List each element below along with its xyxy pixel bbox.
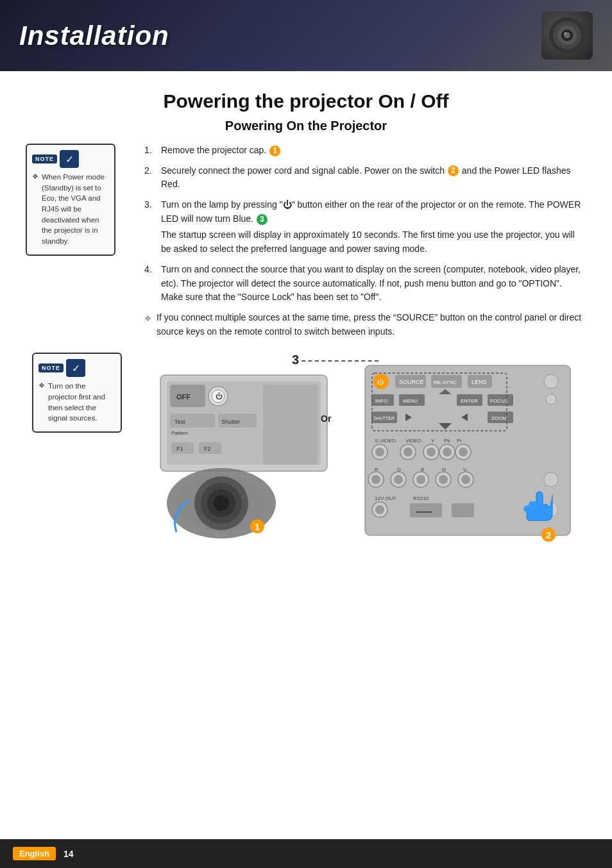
svg-text:F2: F2 bbox=[204, 446, 211, 452]
bullet-sources: ❖ If you connect multiple sources at the… bbox=[144, 311, 586, 338]
svg-text:Pb: Pb bbox=[444, 438, 450, 444]
right-steps: 1. Remove the projector cap. 1 2. Secure… bbox=[138, 144, 586, 342]
svg-point-77 bbox=[371, 475, 380, 484]
header-logo bbox=[541, 12, 593, 60]
note-box-2: Note ✓ ❖ Turn on the projector first and… bbox=[32, 353, 122, 433]
svg-text:SOURCE: SOURCE bbox=[399, 379, 424, 385]
note-bullet-2: ❖ Turn on the projector first and then s… bbox=[38, 381, 115, 424]
step-4: 4. Turn on and connect the source that y… bbox=[144, 263, 586, 305]
svg-text:OFF: OFF bbox=[176, 393, 191, 401]
svg-point-5 bbox=[564, 32, 566, 35]
svg-point-81 bbox=[416, 475, 425, 484]
left-notes-top: Note ✓ ❖ When Power mode (Standby) is se… bbox=[26, 144, 138, 342]
svg-point-83 bbox=[439, 475, 448, 484]
step-3: 3. Turn on the lamp by pressing "⏻" butt… bbox=[144, 198, 586, 226]
svg-text:VIDEO: VIDEO bbox=[405, 438, 421, 444]
badge-2: 2 bbox=[448, 165, 459, 176]
svg-point-64 bbox=[404, 447, 412, 456]
note-label-1: Note bbox=[32, 154, 57, 163]
svg-text:RS232: RS232 bbox=[413, 496, 429, 501]
svg-text:RE-SYNC: RE-SYNC bbox=[434, 380, 457, 385]
footer-language: English bbox=[13, 847, 56, 860]
svg-point-86 bbox=[544, 472, 558, 487]
svg-point-62 bbox=[375, 447, 384, 456]
header: Installation bbox=[0, 0, 612, 71]
svg-text:Test: Test bbox=[174, 419, 185, 425]
svg-point-85 bbox=[461, 475, 470, 484]
svg-text:ENTER: ENTER bbox=[461, 398, 478, 404]
svg-text:F1: F1 bbox=[176, 446, 183, 452]
note-bullet-1: ❖ When Power mode (Standby) is set to Ec… bbox=[32, 172, 109, 247]
step-2: 2. Securely connect the power cord and s… bbox=[144, 164, 586, 192]
svg-rect-93 bbox=[452, 503, 474, 517]
diagram-label-3: 3 bbox=[292, 353, 299, 367]
diagram-num-2: 2 bbox=[541, 528, 556, 542]
svg-point-68 bbox=[443, 447, 452, 456]
step-1: 1. Remove the projector cap. 1 bbox=[144, 144, 586, 158]
svg-text:LENS: LENS bbox=[472, 379, 487, 385]
note-check-1: ✓ bbox=[60, 150, 79, 168]
bullet-text: If you connect multiple sources at the s… bbox=[157, 311, 586, 338]
projector-front bbox=[164, 462, 298, 545]
step-3-extra: The startup screen will display in appro… bbox=[161, 228, 586, 256]
note-header-2: Note ✓ bbox=[38, 359, 115, 377]
svg-point-48 bbox=[546, 394, 556, 405]
main-content: Powering the projector On / Off Powering… bbox=[0, 71, 612, 545]
svg-text:FOCUS: FOCUS bbox=[490, 398, 508, 404]
bottom-section: Note ✓ ❖ Turn on the projector first and… bbox=[26, 353, 586, 545]
svg-text:Y: Y bbox=[431, 438, 435, 444]
page-title: Powering the projector On / Off bbox=[26, 90, 586, 112]
svg-text:▬▬▬: ▬▬▬ bbox=[416, 508, 432, 514]
or-label: Or bbox=[321, 413, 331, 424]
svg-text:Pr: Pr bbox=[457, 438, 462, 444]
steps-list-2: 4. Turn on and connect the source that y… bbox=[144, 263, 586, 305]
svg-text:S-VIDEO: S-VIDEO bbox=[375, 438, 396, 444]
steps-list: 1. Remove the projector cap. 1 2. Secure… bbox=[144, 144, 586, 226]
note-box-1: Note ✓ ❖ When Power mode (Standby) is se… bbox=[26, 144, 115, 256]
svg-text:ZOOM: ZOOM bbox=[491, 415, 507, 421]
svg-text:⏻: ⏻ bbox=[377, 378, 384, 385]
svg-point-90 bbox=[375, 505, 384, 514]
svg-text:SHUTTER: SHUTTER bbox=[373, 416, 395, 421]
diagram-area: 3 OFF ⏻ bbox=[151, 353, 580, 545]
header-title: Installation bbox=[19, 21, 169, 51]
note-text-1: When Power mode (Standby) is set to Eco,… bbox=[42, 172, 109, 247]
svg-point-28 bbox=[214, 496, 229, 511]
content-area: Note ✓ ❖ When Power mode (Standby) is se… bbox=[26, 144, 586, 342]
svg-point-79 bbox=[394, 475, 403, 484]
badge-1: 1 bbox=[269, 146, 280, 156]
svg-text:12V OUT: 12V OUT bbox=[375, 496, 396, 501]
svg-point-70 bbox=[459, 447, 468, 456]
note-header-1: Note ✓ bbox=[32, 150, 109, 168]
footer: English 14 bbox=[0, 839, 612, 868]
svg-point-97 bbox=[523, 505, 534, 513]
note-label-2: Note bbox=[38, 363, 64, 372]
svg-point-66 bbox=[427, 447, 436, 456]
blue-hand-icon bbox=[523, 488, 556, 524]
svg-text:⏻: ⏻ bbox=[216, 392, 223, 400]
svg-point-38 bbox=[544, 374, 558, 388]
section-title: Powering On the Projector bbox=[26, 119, 586, 133]
svg-text:Pattern: Pattern bbox=[171, 430, 188, 436]
svg-text:INFO: INFO bbox=[375, 398, 387, 404]
svg-text:Shutter: Shutter bbox=[221, 419, 240, 425]
note-check-2: ✓ bbox=[66, 359, 85, 377]
footer-page-number: 14 bbox=[64, 849, 74, 859]
svg-rect-22 bbox=[263, 385, 318, 465]
svg-text:MENU: MENU bbox=[403, 398, 418, 404]
bottom-notes: Note ✓ ❖ Turn on the projector first and… bbox=[32, 353, 138, 439]
note-text-2: Turn on the projector first and then sel… bbox=[48, 381, 115, 424]
badge-3: 3 bbox=[257, 214, 268, 225]
